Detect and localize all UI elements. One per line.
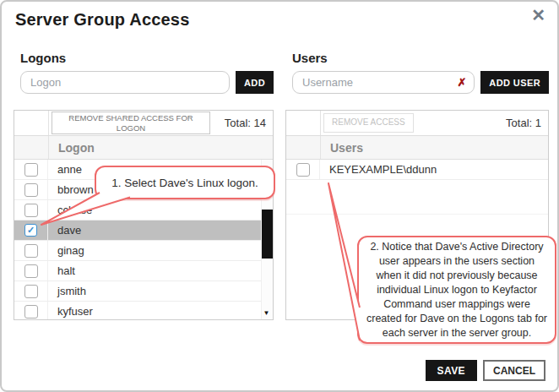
logons-table: REMOVE SHARED ACCESS FOR LOGON Total: 14… xyxy=(14,110,274,320)
row-label: bbrown xyxy=(48,183,94,196)
row-checkbox[interactable] xyxy=(24,264,38,278)
clear-input-icon[interactable]: ✗ xyxy=(457,77,466,88)
row-label: cchase xyxy=(48,204,92,216)
logons-label: Logons xyxy=(20,51,274,65)
users-section: Users ✗ ADD USER REMOVE ACCESS Total: 1 … xyxy=(285,51,549,94)
row-checkbox[interactable] xyxy=(24,183,38,197)
checkbox-cell xyxy=(14,281,48,301)
table-row[interactable]: kyfuser xyxy=(14,302,273,319)
row-label: jsmith xyxy=(48,285,86,297)
table-row[interactable]: halt xyxy=(14,261,273,281)
remove-shared-access-button[interactable]: REMOVE SHARED ACCESS FOR LOGON xyxy=(52,112,210,135)
scrollbar-thumb[interactable] xyxy=(262,210,273,259)
logons-section: Logons ADD REMOVE SHARED ACCESS FOR LOGO… xyxy=(14,51,274,94)
users-label: Users xyxy=(292,51,549,65)
row-label: KEYEXAMPLE\ddunn xyxy=(320,163,437,176)
empty-row xyxy=(286,180,548,215)
row-checkbox[interactable] xyxy=(24,163,38,177)
cancel-button[interactable]: CANCEL xyxy=(483,360,545,381)
table-row[interactable]: ginag xyxy=(14,241,273,261)
add-user-button[interactable]: ADD USER xyxy=(480,71,549,94)
checkbox-column-header xyxy=(286,136,321,159)
checkbox-cell xyxy=(14,261,48,280)
row-label: ginag xyxy=(48,244,84,257)
row-label: dave xyxy=(48,224,81,237)
server-group-access-dialog: Server Group Access ✕ Logons ADD REMOVE … xyxy=(0,0,559,392)
row-label: anne xyxy=(48,163,82,176)
checkbox-cell xyxy=(14,241,48,260)
row-checkbox[interactable] xyxy=(24,244,38,258)
checkbox-cell xyxy=(14,302,48,319)
users-total: Total: 1 xyxy=(506,117,548,129)
callout-2: 2. Notice that Dave's Active Directory u… xyxy=(357,236,556,344)
callout-1: 1. Select Dave's Linux logon. xyxy=(95,166,275,199)
row-checkbox-checked[interactable]: ✓ xyxy=(24,224,37,237)
checkbox-cell: ✓ xyxy=(14,220,48,240)
table-row[interactable]: ✓dave xyxy=(14,220,273,241)
toolbar-spacer xyxy=(14,111,49,135)
toolbar-spacer xyxy=(286,111,321,135)
row-checkbox[interactable] xyxy=(296,163,310,177)
close-icon[interactable]: ✕ xyxy=(531,7,545,24)
page-title: Server Group Access xyxy=(15,10,190,30)
checkbox-cell xyxy=(14,180,48,199)
row-label: halt xyxy=(48,264,75,277)
scroll-down-icon[interactable]: ▼ xyxy=(263,310,270,317)
logons-total: Total: 14 xyxy=(225,117,273,129)
table-row[interactable]: KEYEXAMPLE\ddunn xyxy=(286,160,548,180)
save-button[interactable]: SAVE xyxy=(426,360,477,381)
users-column-header: Users xyxy=(321,141,363,155)
username-input[interactable] xyxy=(292,71,475,94)
row-checkbox[interactable] xyxy=(24,305,38,318)
checkbox-cell xyxy=(14,200,48,220)
logon-column-header: Logon xyxy=(49,141,95,155)
logon-input[interactable] xyxy=(20,71,230,94)
checkbox-cell xyxy=(286,160,320,179)
table-row[interactable]: cchase xyxy=(14,200,273,220)
table-row[interactable]: jsmith xyxy=(14,281,273,302)
checkbox-cell xyxy=(14,160,48,179)
row-checkbox[interactable] xyxy=(24,204,38,217)
row-checkbox[interactable] xyxy=(24,285,38,298)
row-label: kyfuser xyxy=(48,305,93,318)
checkbox-column-header xyxy=(14,136,49,159)
add-logon-button[interactable]: ADD xyxy=(236,71,274,94)
remove-access-button[interactable]: REMOVE ACCESS xyxy=(323,113,414,133)
